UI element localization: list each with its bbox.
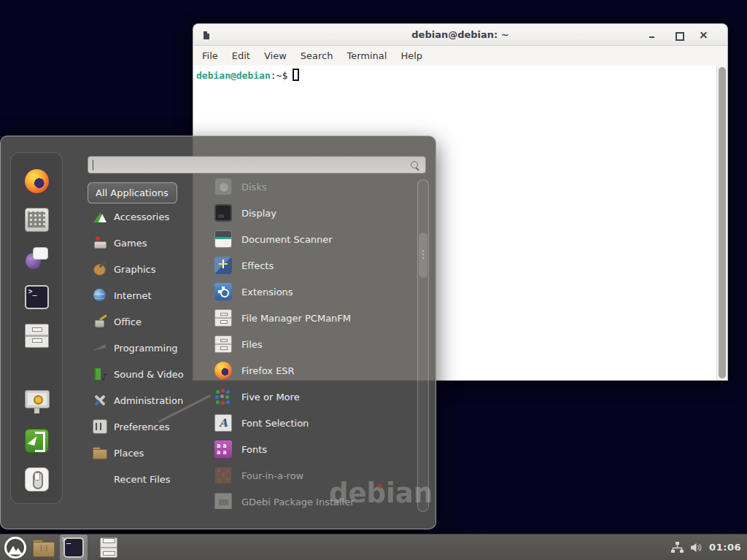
clock[interactable]: 01:06 [709, 542, 741, 553]
menu-button[interactable] [4, 537, 26, 559]
pidgin-icon [25, 246, 49, 271]
firefox-icon [25, 169, 49, 193]
places-icon [93, 446, 107, 460]
scanner-icon [214, 230, 232, 248]
gdebi-icon [214, 493, 232, 509]
app-files[interactable]: Files [206, 331, 410, 357]
fiveormore-icon [214, 388, 232, 405]
app-four-in-a-row[interactable]: Four-in-a-row [206, 462, 410, 489]
terminal-menu-item[interactable]: Search [301, 50, 333, 61]
category-graphics[interactable]: Graphics [88, 256, 196, 282]
terminal-cursor [293, 69, 299, 81]
terminal-menu-item[interactable]: File [202, 50, 218, 61]
menu-scrollbar-thumb[interactable] [419, 233, 427, 278]
favorite-firefox[interactable] [22, 166, 51, 195]
menu-scrollbar[interactable] [417, 179, 429, 512]
log-out-button[interactable] [22, 426, 51, 455]
category-games[interactable]: Games [88, 230, 196, 256]
terminal-titlebar[interactable]: debian@debian: ~ [193, 24, 727, 46]
terminal-menu-item[interactable]: View [264, 50, 287, 61]
cabinet-icon [214, 309, 232, 327]
app-five-or-more[interactable]: Five or More [206, 384, 410, 410]
maximize-icon[interactable] [673, 30, 684, 40]
taskbar: 01:06 [0, 534, 747, 560]
all-applications-button[interactable]: All Applications [88, 182, 177, 203]
effects-icon [214, 257, 232, 274]
category-programming[interactable]: Programming [88, 335, 196, 361]
terminal-menubar: FileEditViewSearchTerminalHelp [193, 46, 727, 66]
category-administration[interactable]: Administration [88, 387, 196, 413]
favorite-terminal[interactable] [22, 282, 51, 311]
termapp-icon [25, 285, 49, 309]
terminal-scrollbar-thumb[interactable] [719, 67, 726, 378]
fourinarow-icon [214, 467, 232, 484]
taskbar-files[interactable] [95, 534, 123, 560]
volume-icon[interactable] [690, 542, 703, 553]
power-icon [25, 467, 49, 491]
app-fonts[interactable]: Fonts [206, 436, 410, 462]
shut-down-button[interactable] [22, 464, 51, 494]
taskbar-terminal[interactable] [60, 534, 88, 560]
none-icon [93, 472, 107, 486]
category-internet[interactable]: Internet [88, 282, 196, 308]
app-display[interactable]: Display [206, 200, 410, 226]
disks-icon [214, 178, 232, 195]
app-firefox-esr[interactable]: Firefox ESR [206, 357, 410, 384]
display-icon [214, 204, 232, 222]
close-icon[interactable] [698, 30, 708, 40]
minimize-icon[interactable] [647, 30, 657, 40]
favorite-packages[interactable] [22, 205, 51, 234]
network-icon[interactable] [671, 542, 684, 553]
taskbar-file-manager[interactable] [29, 534, 57, 560]
category-preferences[interactable]: Preferences [88, 413, 196, 440]
soundvideo-icon [93, 367, 107, 381]
terminal-menu-item[interactable]: Help [400, 50, 422, 61]
category-recent-files[interactable]: Recent Files [88, 466, 196, 492]
application-list: Disks Display Document Scanner Effects E… [206, 174, 410, 509]
preferences-icon [93, 419, 107, 434]
terminal-menu-item[interactable]: Terminal [347, 50, 387, 61]
cabinet-icon [214, 335, 232, 353]
search-icon [410, 160, 420, 171]
category-accessories[interactable]: Accessories [88, 203, 196, 230]
app-extensions[interactable]: Extensions [206, 279, 410, 305]
favorite-file-manager[interactable] [22, 321, 51, 350]
text-caret [93, 160, 93, 171]
lockscreen-icon [25, 390, 49, 414]
app-disks[interactable]: Disks [206, 174, 410, 200]
fontselect-icon [214, 414, 232, 432]
terminal-scrollbar[interactable] [716, 66, 727, 380]
category-list: Accessories Games Graphics Internet Offi… [88, 203, 196, 492]
app-file-manager-pcmanfm[interactable]: File Manager PCManFM [206, 305, 410, 331]
desktop: debian@debian: ~ FileEditViewSearchTermi… [0, 0, 747, 560]
folder-icon [33, 540, 53, 556]
search-input[interactable] [88, 156, 426, 174]
category-sound-video[interactable]: Sound & Video [88, 361, 196, 387]
file-cabinet-icon [100, 537, 117, 558]
application-menu: debian All Applications Accessories Game… [0, 136, 436, 529]
category-office[interactable]: Office [88, 308, 196, 335]
games-icon [93, 236, 107, 250]
fonts-icon [214, 440, 232, 458]
office-icon [93, 314, 107, 329]
category-places[interactable]: Places [88, 440, 196, 466]
accessories-icon [93, 209, 107, 224]
terminal-icon [63, 537, 84, 558]
app-effects[interactable]: Effects [206, 252, 410, 279]
firefox-icon [214, 362, 232, 379]
favorites-panel [10, 152, 63, 504]
programming-icon [93, 341, 107, 355]
favorite-pidgin[interactable] [22, 244, 51, 273]
terminal-menu-item[interactable]: Edit [232, 50, 250, 61]
extensions-icon [214, 283, 232, 300]
prompt-user-host: debian@debian [196, 70, 271, 81]
cabinet-icon [25, 324, 49, 348]
app-font-selection[interactable]: Font Selection [206, 410, 410, 436]
logout-icon [25, 429, 49, 453]
app-gdebi-package-installer[interactable]: GDebi Package Installer [206, 489, 410, 509]
app-document-scanner[interactable]: Document Scanner [206, 226, 410, 252]
administration-icon [93, 393, 107, 408]
lock-screen-button[interactable] [22, 387, 51, 416]
prompt-path: :~$ [271, 70, 287, 81]
internet-icon [93, 288, 107, 303]
